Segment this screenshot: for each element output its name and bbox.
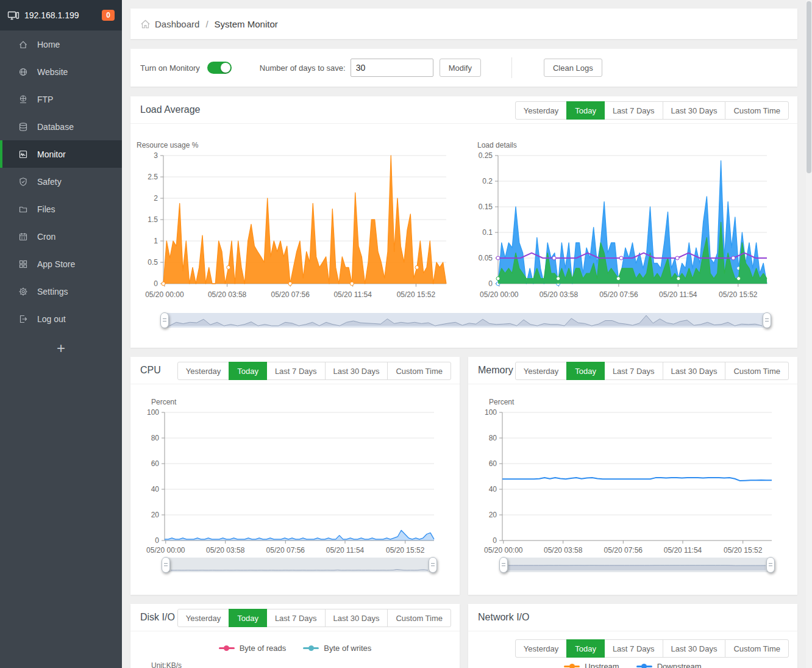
cpu-range-last-7-days[interactable]: Last 7 Days (266, 362, 326, 380)
slider-handle-right[interactable] (429, 557, 437, 573)
breadcrumb-dashboard[interactable]: Dashboard (155, 19, 199, 29)
cpu-time-range-slider[interactable] (166, 558, 433, 572)
clean-logs-button[interactable]: Clean Logs (544, 59, 602, 77)
memory-time-range-group: Yesterday Today Last 7 Days Last 30 Days… (515, 362, 789, 380)
sidebar-item-website[interactable]: Website (0, 58, 122, 85)
svg-text:05/20 07:56: 05/20 07:56 (599, 290, 638, 299)
memory-range-today[interactable]: Today (566, 362, 605, 380)
sidebar-item-settings[interactable]: Settings (0, 278, 122, 305)
monitor-toggle[interactable] (207, 62, 232, 74)
legend-downstream[interactable]: Downstream (636, 662, 702, 668)
sidebar-item-label: Monitor (37, 149, 66, 159)
svg-text:1: 1 (154, 237, 158, 245)
svg-text:0: 0 (155, 536, 159, 545)
svg-text:3: 3 (154, 151, 158, 160)
svg-text:0.2: 0.2 (482, 177, 493, 185)
network-range-today[interactable]: Today (566, 639, 605, 658)
days-to-save-input[interactable] (351, 59, 433, 77)
load-range-custom-time[interactable]: Custom Time (725, 101, 789, 120)
slider-sparkline (165, 313, 767, 328)
folder-icon (18, 204, 28, 214)
add-menu-button[interactable]: + (0, 335, 122, 362)
network-range-last-7-days[interactable]: Last 7 Days (604, 639, 663, 658)
sidebar-item-safety[interactable]: Safety (0, 168, 122, 195)
disk-range-last-7-days[interactable]: Last 7 Days (266, 609, 326, 627)
sidebar-nav: Home Website FTP Database Monitor Safety… (0, 31, 122, 332)
memory-range-custom-time[interactable]: Custom Time (725, 362, 789, 380)
toggle-knob (221, 63, 230, 73)
cpu-range-today[interactable]: Today (229, 362, 267, 380)
panel-title-cpu: CPU (140, 365, 161, 376)
calendar-icon (18, 232, 28, 242)
svg-text:05/20 03:58: 05/20 03:58 (544, 546, 583, 555)
grid-icon (18, 259, 28, 269)
memory-range-last-30-days[interactable]: Last 30 Days (663, 362, 726, 380)
slider-handle-right[interactable] (763, 312, 771, 328)
load-range-last-7-days[interactable]: Last 7 Days (604, 101, 663, 120)
sidebar-item-label: Database (37, 122, 74, 132)
disk-range-yesterday[interactable]: Yesterday (177, 609, 229, 627)
load-range-today[interactable]: Today (566, 101, 605, 120)
cpu-range-last-30-days[interactable]: Last 30 Days (325, 362, 388, 380)
legend-byte-of-reads[interactable]: Byte of reads (219, 644, 287, 653)
sidebar-item-label: App Store (37, 259, 75, 269)
panel-title-disk-io: Disk I/O (140, 612, 175, 623)
sidebar-item-app-store[interactable]: App Store (0, 250, 122, 278)
page-scrollbar[interactable] (806, 0, 812, 668)
memory-time-range-slider[interactable] (504, 558, 771, 572)
slider-handle-left[interactable] (160, 312, 169, 328)
monitor-settings-bar: Turn on Monitory Number of days to save:… (130, 49, 797, 87)
network-range-yesterday[interactable]: Yesterday (515, 639, 567, 658)
svg-text:0.25: 0.25 (479, 151, 493, 160)
svg-text:05/20 07:56: 05/20 07:56 (266, 546, 305, 555)
network-range-custom-time[interactable]: Custom Time (725, 639, 789, 658)
cpu-range-yesterday[interactable]: Yesterday (177, 362, 229, 380)
disk-range-custom-time[interactable]: Custom Time (387, 609, 451, 627)
scrollbar-thumb[interactable] (807, 1, 811, 173)
load-range-yesterday[interactable]: Yesterday (515, 101, 567, 120)
legend-byte-of-writes[interactable]: Byte of writes (303, 644, 371, 653)
slider-handle-left[interactable] (499, 557, 508, 573)
network-range-last-30-days[interactable]: Last 30 Days (663, 639, 726, 658)
svg-text:0: 0 (493, 536, 497, 545)
disk-range-today[interactable]: Today (229, 609, 267, 627)
breadcrumb-bar: Dashboard / System Monitor (130, 9, 797, 39)
sidebar-item-monitor[interactable]: Monitor (0, 140, 122, 168)
disk-range-last-30-days[interactable]: Last 30 Days (325, 609, 388, 627)
load-range-last-30-days[interactable]: Last 30 Days (663, 101, 726, 120)
slider-handle-right[interactable] (766, 557, 775, 573)
memory-range-yesterday[interactable]: Yesterday (515, 362, 567, 380)
sidebar-item-database[interactable]: Database (0, 113, 122, 140)
svg-text:0.05: 0.05 (479, 254, 493, 262)
memory-panel: Memory Yesterday Today Last 7 Days Last … (468, 357, 797, 595)
memory-chart: 02040608010005/20 00:0005/20 03:5805/20 … (474, 408, 791, 556)
slider-sparkline (504, 558, 771, 572)
panel-title-load-average: Load Average (140, 104, 200, 115)
sidebar-item-files[interactable]: Files (0, 195, 122, 223)
cpu-range-custom-time[interactable]: Custom Time (387, 362, 451, 380)
sidebar-item-cron[interactable]: Cron (0, 223, 122, 250)
load-time-range-slider[interactable] (165, 313, 767, 328)
slider-handle-left[interactable] (162, 557, 170, 573)
legend-upstream[interactable]: Upstream (564, 662, 619, 668)
svg-text:05/20 15:52: 05/20 15:52 (719, 290, 758, 299)
legend-marker-reads (219, 647, 235, 649)
server-selector[interactable]: 192.168.1.199 0 (0, 0, 122, 31)
legend-marker-downstream (636, 666, 652, 667)
memory-range-last-7-days[interactable]: Last 7 Days (604, 362, 663, 380)
sidebar-item-label: Safety (37, 177, 62, 187)
message-count-badge[interactable]: 0 (102, 10, 115, 21)
breadcrumb-separator: / (205, 19, 208, 29)
sidebar-item-log-out[interactable]: Log out (0, 305, 122, 332)
svg-text:05/20 03:58: 05/20 03:58 (540, 290, 579, 299)
disk-io-panel: Disk I/O Yesterday Today Last 7 Days Las… (130, 604, 460, 668)
database-icon (18, 122, 28, 132)
sidebar-item-home[interactable]: Home (0, 31, 122, 58)
network-legend: Upstream Downstream (468, 662, 797, 668)
chart-title-memory-percent: Percent (489, 398, 791, 406)
days-to-save-label: Number of days to save: (260, 63, 346, 73)
modify-button[interactable]: Modify (440, 59, 481, 77)
sidebar-item-ftp[interactable]: FTP (0, 85, 122, 113)
svg-text:05/20 15:52: 05/20 15:52 (397, 290, 436, 299)
chart-title-load-details: Load details (477, 141, 794, 149)
